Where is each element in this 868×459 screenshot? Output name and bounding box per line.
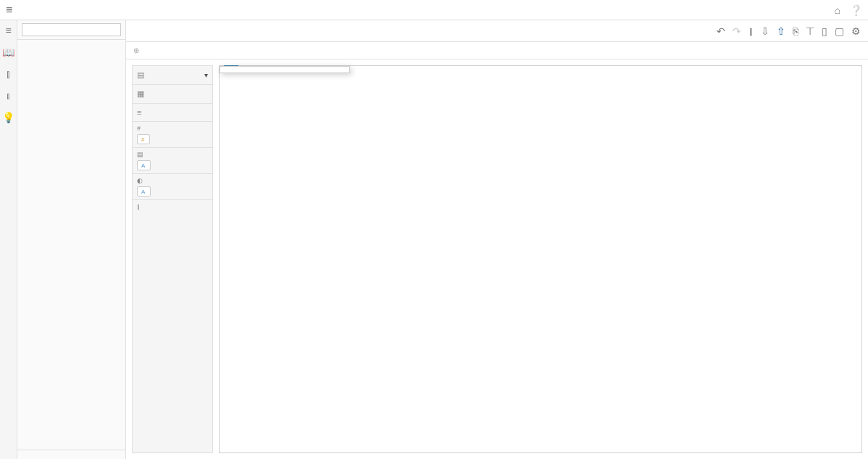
chart-body [220, 66, 861, 452]
gear-icon[interactable]: ⚙ [851, 25, 861, 37]
chevron-down-icon: ▾ [204, 71, 208, 79]
axis-icon: ▤ [137, 151, 143, 158]
attr-icon: A [141, 189, 145, 195]
tool-present-icon[interactable]: ▢ [835, 25, 844, 37]
viz-type-selector[interactable]: ▤ ▾ [133, 66, 212, 85]
rail-chart-icon[interactable]: ⫾ [6, 90, 11, 102]
hstacked-icon: ▤ [137, 70, 144, 80]
size-icon: ⫿ [137, 203, 141, 210]
tool-copy-icon[interactable]: ⎘ [793, 25, 798, 37]
grid-icon: ▦ [137, 89, 144, 99]
rows-icon: ≡ [137, 108, 141, 117]
hash-icon: # [137, 125, 141, 132]
tool-export-icon[interactable]: ⇩ [761, 25, 769, 37]
color-chip[interactable]: A [137, 186, 151, 197]
rail-book-icon[interactable]: 📖 [2, 46, 14, 58]
rail-data-icon[interactable]: ≡ [5, 25, 11, 36]
redo-icon[interactable]: ↷ [733, 25, 741, 37]
values-chip[interactable]: # [137, 134, 150, 144]
trellis-columns-row[interactable]: ▦ [133, 85, 212, 104]
tool-bar-icon[interactable]: ⫿ [748, 25, 754, 37]
viz-picker-popup [220, 66, 350, 73]
category-chip[interactable]: A [137, 160, 151, 170]
home-icon[interactable]: ⌂ [834, 4, 840, 16]
left-rail: ≡ 📖 ⫿ ⫾ 💡 [0, 20, 17, 459]
data-tree [17, 40, 125, 450]
filter-bar[interactable]: ⊕ [126, 42, 868, 59]
chart-panel [219, 65, 862, 453]
config-panel: ▤ ▾ ▦ ≡ # # ▤ A [132, 65, 213, 453]
undo-icon[interactable]: ↶ [717, 25, 725, 37]
num-icon: # [141, 136, 144, 143]
values-section[interactable]: # # [133, 122, 212, 148]
chart-legend [227, 447, 854, 452]
topbar-icons: ⌂ ❔ [827, 4, 862, 16]
palette-icon: ◐ [137, 177, 143, 184]
rail-bulb-icon[interactable]: 💡 [2, 112, 14, 123]
size-section[interactable]: ⫿ [133, 200, 212, 215]
attr-icon: A [141, 162, 145, 169]
tool-share-icon[interactable]: ⇧ [777, 25, 785, 37]
canvas: ↶ ↷ ⫿ ⇩ ⇧ ⎘ ⊤ ▯ ▢ ⚙ ⊕ ▤ ▾ [126, 20, 868, 459]
data-sidebar [17, 20, 126, 459]
help-icon[interactable]: ❔ [850, 4, 862, 16]
search-container [17, 20, 125, 40]
category-section[interactable]: ▤ A [133, 148, 212, 174]
top-bar: ≡ ⌂ ❔ [0, 0, 868, 20]
project-toolbar: ↶ ↷ ⫿ ⇩ ⇧ ⎘ ⊤ ▯ ▢ ⚙ [717, 25, 861, 37]
tool-page-icon[interactable]: ▯ [822, 25, 827, 37]
chart-svg [227, 83, 854, 445]
tool-layout-icon[interactable]: ⊤ [806, 25, 814, 37]
color-section[interactable]: ◐ A [133, 174, 212, 200]
trellis-rows-row[interactable]: ≡ [133, 104, 212, 122]
hamburger-icon[interactable]: ≡ [6, 4, 12, 17]
plus-icon[interactable]: ⊕ [133, 46, 139, 54]
project-header: ↶ ↷ ⫿ ⇩ ⇧ ⎘ ⊤ ▯ ▢ ⚙ [126, 20, 868, 42]
workspace: ▤ ▾ ▦ ≡ # # ▤ A [126, 59, 868, 459]
search-input[interactable] [22, 23, 121, 36]
rail-analytics-icon[interactable]: ⫿ [6, 68, 11, 80]
